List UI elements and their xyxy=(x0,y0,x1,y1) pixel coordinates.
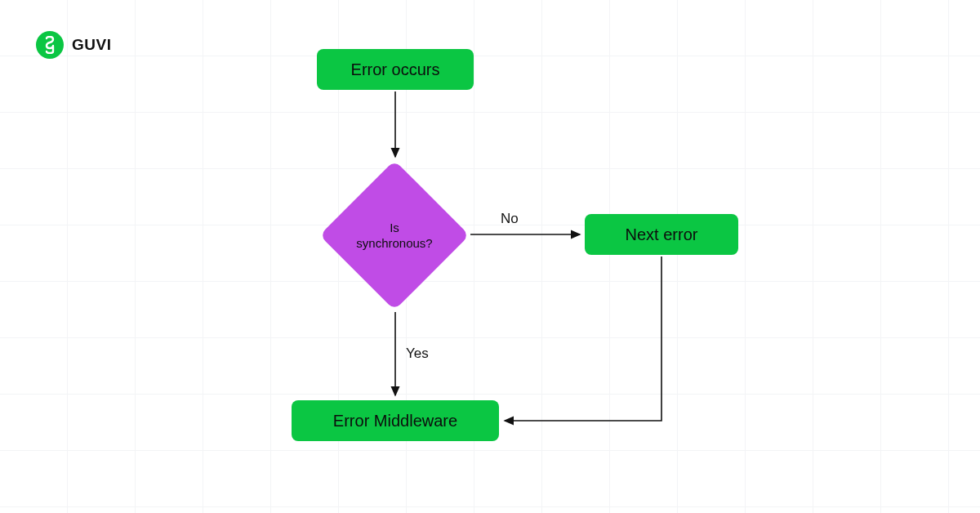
guvi-glyph-icon xyxy=(42,36,57,54)
node-label: Error Middleware xyxy=(333,412,457,430)
brand-logo: GUVI xyxy=(36,31,111,59)
arrow-next-to-end xyxy=(505,256,662,421)
node-error-middleware: Error Middleware xyxy=(292,400,499,441)
node-is-synchronous: Is synchronous? xyxy=(319,160,470,310)
edge-label-no: No xyxy=(501,211,519,227)
decision-line-2: synchronous? xyxy=(356,236,432,250)
decision-label: Is synchronous? xyxy=(345,220,443,252)
decision-line-1: Is xyxy=(390,221,399,234)
node-label: Error occurs xyxy=(351,60,440,79)
diagram-canvas: GUVI Error occurs Is synchronous? Next e… xyxy=(0,0,980,513)
node-next-error: Next error xyxy=(585,214,738,255)
node-error-occurs: Error occurs xyxy=(317,49,474,90)
node-label: Next error xyxy=(626,225,698,244)
edge-label-yes: Yes xyxy=(406,346,429,362)
brand-logo-mark xyxy=(36,31,64,59)
brand-logo-text: GUVI xyxy=(72,36,111,54)
